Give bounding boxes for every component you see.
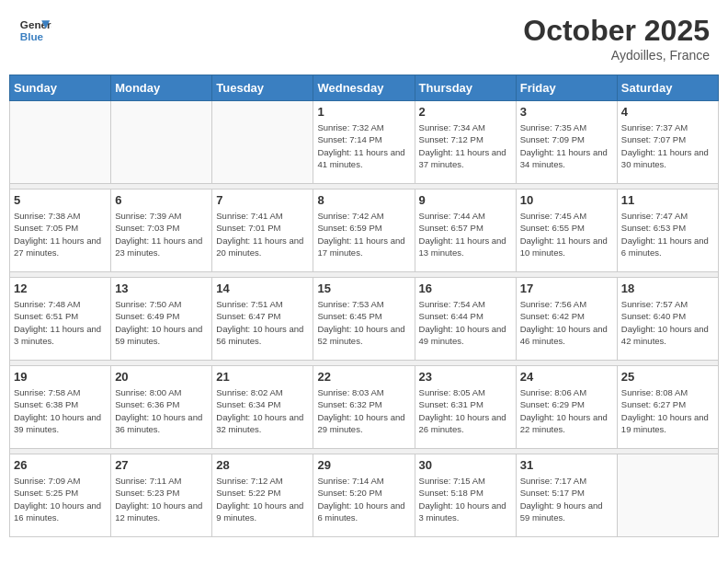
day-info: Sunrise: 7:38 AM Sunset: 7:05 PM Dayligh… [14,210,107,259]
day-info: Sunrise: 7:48 AM Sunset: 6:51 PM Dayligh… [14,298,107,347]
day-number: 30 [419,458,512,472]
day-info: Sunrise: 7:32 AM Sunset: 7:14 PM Dayligh… [317,121,410,170]
day-number: 26 [14,458,107,472]
day-number: 17 [520,282,613,295]
day-info: Sunrise: 7:11 AM Sunset: 5:23 PM Dayligh… [115,475,208,523]
calendar-week-row: 1Sunrise: 7:32 AM Sunset: 7:14 PM Daylig… [10,101,719,184]
day-number: 5 [14,193,107,207]
calendar-cell: 26Sunrise: 7:09 AM Sunset: 5:25 PM Dayli… [10,454,111,537]
calendar-week-row: 19Sunrise: 7:58 AM Sunset: 6:38 PM Dayli… [10,366,719,449]
weekday-header-cell: Sunday [10,75,111,101]
svg-text:Blue: Blue [20,30,44,42]
calendar-cell: 19Sunrise: 7:58 AM Sunset: 6:38 PM Dayli… [10,366,111,449]
day-number: 18 [621,282,714,295]
day-number: 10 [520,193,613,207]
calendar-cell: 25Sunrise: 8:08 AM Sunset: 6:27 PM Dayli… [617,366,718,449]
month-title: October 2025 [523,14,710,48]
day-number: 25 [621,370,714,384]
day-info: Sunrise: 7:17 AM Sunset: 5:17 PM Dayligh… [520,475,613,523]
day-number: 16 [419,282,512,295]
calendar-cell: 22Sunrise: 8:03 AM Sunset: 6:32 PM Dayli… [313,366,415,449]
calendar-cell: 24Sunrise: 8:06 AM Sunset: 6:29 PM Dayli… [516,366,617,449]
day-info: Sunrise: 8:03 AM Sunset: 6:32 PM Dayligh… [317,386,410,435]
weekday-header-cell: Monday [111,75,212,101]
calendar-cell: 1Sunrise: 7:32 AM Sunset: 7:14 PM Daylig… [313,101,415,184]
calendar-cell [212,101,313,184]
calendar-cell: 12Sunrise: 7:48 AM Sunset: 6:51 PM Dayli… [10,278,111,361]
day-info: Sunrise: 7:54 AM Sunset: 6:44 PM Dayligh… [419,298,512,347]
day-info: Sunrise: 7:56 AM Sunset: 6:42 PM Dayligh… [520,298,613,347]
day-number: 23 [419,370,512,384]
location: Aydoilles, France [523,48,710,63]
day-number: 3 [520,105,613,119]
day-number: 6 [115,193,208,207]
calendar-cell [617,454,718,537]
day-info: Sunrise: 7:09 AM Sunset: 5:25 PM Dayligh… [14,475,107,523]
weekday-header-cell: Thursday [415,75,516,101]
day-number: 12 [14,282,107,295]
day-info: Sunrise: 8:05 AM Sunset: 6:31 PM Dayligh… [419,386,512,435]
calendar-cell: 17Sunrise: 7:56 AM Sunset: 6:42 PM Dayli… [516,278,617,361]
weekday-header-row: SundayMondayTuesdayWednesdayThursdayFrid… [10,75,719,101]
day-info: Sunrise: 8:06 AM Sunset: 6:29 PM Dayligh… [520,386,613,435]
day-number: 13 [115,282,208,295]
day-info: Sunrise: 7:37 AM Sunset: 7:07 PM Dayligh… [621,121,714,170]
calendar-cell: 16Sunrise: 7:54 AM Sunset: 6:44 PM Dayli… [415,278,516,361]
calendar-body: 1Sunrise: 7:32 AM Sunset: 7:14 PM Daylig… [10,101,719,537]
day-number: 29 [317,458,410,472]
calendar-cell [111,101,212,184]
day-number: 21 [216,370,309,384]
day-info: Sunrise: 7:35 AM Sunset: 7:09 PM Dayligh… [520,121,613,170]
calendar-cell: 11Sunrise: 7:47 AM Sunset: 6:53 PM Dayli… [617,190,718,272]
calendar-cell: 3Sunrise: 7:35 AM Sunset: 7:09 PM Daylig… [516,101,617,184]
calendar-cell: 15Sunrise: 7:53 AM Sunset: 6:45 PM Dayli… [313,278,415,361]
logo-icon: General Blue [18,14,51,47]
day-info: Sunrise: 7:57 AM Sunset: 6:40 PM Dayligh… [621,298,714,347]
calendar-cell: 9Sunrise: 7:44 AM Sunset: 6:57 PM Daylig… [415,190,516,272]
calendar-cell: 21Sunrise: 8:02 AM Sunset: 6:34 PM Dayli… [212,366,313,449]
day-number: 14 [216,282,309,295]
day-info: Sunrise: 7:45 AM Sunset: 6:55 PM Dayligh… [520,210,613,259]
weekday-header-cell: Saturday [617,75,718,101]
day-number: 27 [115,458,208,472]
day-info: Sunrise: 8:08 AM Sunset: 6:27 PM Dayligh… [621,386,714,435]
day-number: 11 [621,193,714,207]
calendar-cell: 28Sunrise: 7:12 AM Sunset: 5:22 PM Dayli… [212,454,313,537]
calendar-cell: 5Sunrise: 7:38 AM Sunset: 7:05 PM Daylig… [10,190,111,272]
day-info: Sunrise: 7:41 AM Sunset: 7:01 PM Dayligh… [216,210,309,259]
calendar-week-row: 12Sunrise: 7:48 AM Sunset: 6:51 PM Dayli… [10,278,719,361]
day-info: Sunrise: 7:50 AM Sunset: 6:49 PM Dayligh… [115,298,208,347]
day-info: Sunrise: 7:42 AM Sunset: 6:59 PM Dayligh… [317,210,410,259]
day-info: Sunrise: 7:14 AM Sunset: 5:20 PM Dayligh… [317,475,410,523]
day-number: 1 [317,105,410,119]
day-info: Sunrise: 8:00 AM Sunset: 6:36 PM Dayligh… [115,386,208,435]
day-number: 9 [419,193,512,207]
calendar-cell: 10Sunrise: 7:45 AM Sunset: 6:55 PM Dayli… [516,190,617,272]
day-number: 28 [216,458,309,472]
day-info: Sunrise: 7:34 AM Sunset: 7:12 PM Dayligh… [419,121,512,170]
day-number: 20 [115,370,208,384]
day-info: Sunrise: 7:44 AM Sunset: 6:57 PM Dayligh… [419,210,512,259]
day-number: 15 [317,282,410,295]
calendar-cell: 20Sunrise: 8:00 AM Sunset: 6:36 PM Dayli… [111,366,212,449]
day-number: 24 [520,370,613,384]
day-number: 31 [520,458,613,472]
weekday-header-cell: Friday [516,75,617,101]
page-header: General Blue October 2025 Aydoilles, Fra… [9,9,719,67]
logo: General Blue [18,14,55,47]
day-info: Sunrise: 7:53 AM Sunset: 6:45 PM Dayligh… [317,298,410,347]
weekday-header-cell: Wednesday [313,75,415,101]
day-info: Sunrise: 7:51 AM Sunset: 6:47 PM Dayligh… [216,298,309,347]
day-info: Sunrise: 8:02 AM Sunset: 6:34 PM Dayligh… [216,386,309,435]
calendar-cell: 2Sunrise: 7:34 AM Sunset: 7:12 PM Daylig… [415,101,516,184]
day-info: Sunrise: 7:39 AM Sunset: 7:03 PM Dayligh… [115,210,208,259]
weekday-header-cell: Tuesday [212,75,313,101]
calendar-cell: 30Sunrise: 7:15 AM Sunset: 5:18 PM Dayli… [415,454,516,537]
day-info: Sunrise: 7:12 AM Sunset: 5:22 PM Dayligh… [216,475,309,523]
calendar-cell: 27Sunrise: 7:11 AM Sunset: 5:23 PM Dayli… [111,454,212,537]
title-block: October 2025 Aydoilles, France [523,14,710,63]
day-info: Sunrise: 7:15 AM Sunset: 5:18 PM Dayligh… [419,475,512,523]
calendar-cell: 7Sunrise: 7:41 AM Sunset: 7:01 PM Daylig… [212,190,313,272]
calendar-cell: 14Sunrise: 7:51 AM Sunset: 6:47 PM Dayli… [212,278,313,361]
calendar-cell: 6Sunrise: 7:39 AM Sunset: 7:03 PM Daylig… [111,190,212,272]
